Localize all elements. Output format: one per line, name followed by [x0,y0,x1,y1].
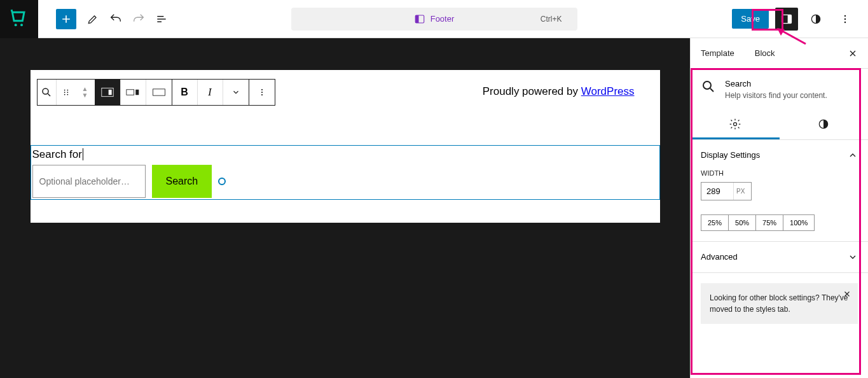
redo-button[interactable] [127,8,150,31]
pct-100[interactable]: 100% [783,215,814,230]
undo-icon [109,12,123,26]
svg-point-22 [261,89,263,90]
move-buttons[interactable]: ▲▼ [76,80,95,105]
add-block-button[interactable] [56,9,76,29]
tab-block[interactable]: Block [745,38,785,69]
editor-canvas-area: ▲▼ B I Proudly powered by WordPress Sear… [0,38,690,378]
svg-point-25 [703,81,711,89]
advanced-panel: Advanced [691,242,868,273]
save-button[interactable]: Save [732,9,769,29]
options-menu[interactable] [834,8,857,31]
drag-handle[interactable] [57,80,76,105]
svg-point-24 [261,94,263,95]
svg-point-26 [733,122,736,125]
svg-point-1 [20,24,23,26]
advanced-toggle[interactable]: Advanced [701,252,858,262]
undo-button[interactable] [104,8,127,31]
svg-point-8 [844,18,846,20]
close-sidebar-button[interactable] [837,38,868,69]
svg-rect-18 [109,90,112,95]
contrast-icon [817,118,830,130]
input-only-icon [152,88,166,96]
wordpress-link[interactable]: WordPress [581,85,635,97]
bold-button[interactable]: B [172,80,198,105]
svg-point-12 [67,90,68,91]
width-input-group: PX [701,182,752,200]
plus-icon [60,13,72,25]
chevron-up-icon [848,150,858,160]
block-description: Help visitors find your content. [725,91,827,100]
button-inside-icon [101,87,114,97]
list-icon [155,13,168,25]
settings-sidebar: Template Block Search Help visitors find… [690,38,868,378]
svg-rect-19 [127,90,134,95]
bold-icon: B [181,87,188,98]
document-title: Footer [431,14,455,24]
site-logo[interactable] [0,0,38,38]
svg-point-16 [67,94,68,95]
more-format-button[interactable] [223,80,249,105]
layout-no-button[interactable] [146,80,172,105]
advanced-label: Advanced [701,252,738,262]
document-bar[interactable]: Footer Ctrl+K [291,8,577,31]
sidebar-icon [780,13,793,25]
width-percent-group: 25% 50% 75% 100% [701,214,815,231]
display-settings-toggle[interactable]: Display Settings [701,150,858,160]
pct-25[interactable]: 25% [701,215,729,230]
width-input[interactable] [701,183,733,200]
svg-point-9 [844,21,846,23]
block-type-button[interactable] [38,80,57,105]
list-view-button[interactable] [150,8,173,31]
dots-icon [257,87,267,97]
svg-point-23 [261,92,263,93]
layout-button-inside[interactable] [95,80,121,105]
subtab-styles[interactable] [780,110,869,139]
svg-point-0 [15,24,17,26]
display-settings-label: Display Settings [701,150,760,160]
svg-point-15 [64,94,65,95]
svg-rect-5 [788,15,792,23]
svg-rect-21 [153,89,165,95]
search-icon [701,79,716,94]
search-label-input[interactable]: Search for [31,146,659,165]
svg-point-10 [43,88,48,94]
pct-75[interactable]: 75% [756,215,783,230]
powered-prefix: Proudly powered by [483,85,581,97]
resize-handle[interactable] [218,178,226,185]
styles-toggle[interactable] [804,8,827,31]
layout-button-outside[interactable] [121,80,146,105]
close-icon [848,48,858,59]
svg-rect-20 [135,90,139,95]
chevrons-icon: ▲▼ [82,86,88,99]
pct-50[interactable]: 50% [729,215,756,230]
cart-icon [9,9,29,29]
editor-canvas[interactable]: ▲▼ B I Proudly powered by WordPress Sear… [31,70,660,223]
width-label: WIDTH [701,169,858,177]
block-options-button[interactable] [249,80,275,105]
dots-icon [839,13,851,25]
block-subtabs [691,110,868,140]
notice-text: Looking for other block settings? They'v… [710,293,848,314]
width-unit[interactable]: PX [733,183,748,200]
chevron-down-icon [848,252,858,262]
svg-rect-3 [415,15,418,23]
chevron-down-icon [231,88,240,97]
subtab-settings[interactable] [691,110,780,139]
redo-icon [132,12,146,26]
settings-panel-toggle[interactable] [775,8,798,31]
gear-icon [729,118,741,130]
styles-notice: Looking for other block settings? They'v… [701,283,858,324]
search-placeholder-input[interactable] [32,165,146,198]
search-submit-button[interactable]: Search [152,165,212,198]
button-outside-icon [126,88,140,97]
search-block[interactable]: Search for Search [31,145,660,200]
block-toolbar: ▲▼ B I [37,79,275,106]
layout-icon [414,13,425,25]
italic-icon: I [208,87,211,98]
notice-close-button[interactable] [843,290,851,302]
edit-mode-button[interactable] [81,8,104,31]
tab-template[interactable]: Template [691,38,745,69]
svg-point-14 [67,92,68,93]
italic-button[interactable]: I [198,80,223,105]
footer-credit: Proudly powered by WordPress [483,85,635,98]
